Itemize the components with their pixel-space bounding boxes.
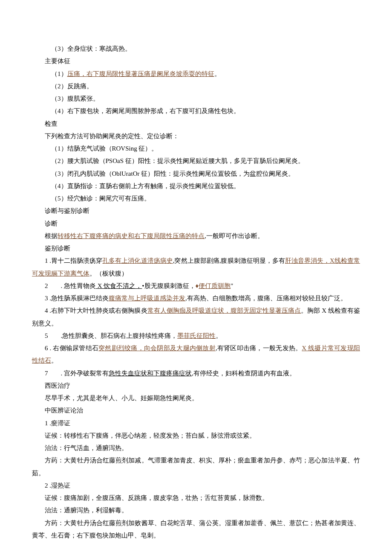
body-line: 尽早手术，尤其是老年人、小儿、妊娠期急性阑尾炎。 [32,392,360,404]
body-line: 5 .急性胆囊炎、胆石病右上腹持续性疼痛，墨菲氏征阳性。 [32,330,360,342]
body-line: 下列检查方法可协助阑尾炎的定性、定位诊断： [32,130,360,142]
body-line: （3）全身症状：寒战高热。 [32,43,360,55]
text-link[interactable]: 墨菲氏征阳性 [177,332,216,339]
text-fragment: 6 . 右侧输尿管结石 [45,345,98,352]
body-line: 1 .胃十二指肠溃疡穿孔多有上消化道溃疡病史,突然上腹部剧痛,腹膜刺激征明显，多… [32,255,360,280]
body-line: 2 .湿热证 [32,479,360,492]
text-link[interactable]: 便仃质驯胞 [199,282,231,289]
text-fragment: 1 .胃十二指肠溃疡穿 [45,257,102,264]
text-fragment: 4 .右肺下叶大叶性肺炎或右侧胸膜炎 [45,307,147,314]
section-heading: 鉴别诊断 [32,242,360,255]
section-heading: 西医治疗 [32,380,360,392]
body-line: 4 .右肺下叶大叶性肺炎或右侧胸膜炎常有人侧胸痂及呼吸道症状，腹部无固定性显著压… [32,305,360,330]
body-line: 证候：腹痛加剧，全腹压痛、反跳痛，腹皮挛急，壮热；舌红苔黄腻，脉滑数。 [32,492,360,504]
section-heading: 主要体征 [32,55,360,67]
section-heading: 检查 [32,118,360,130]
body-line: （5）经穴触诊：阑尾穴可有压痛。 [32,192,360,205]
text-fragment: （1） [51,70,67,77]
body-line: 2 . 急性胃物炎 X 饮食不清之，•股无腹膜刺激征，♦便仃质驯胞" [32,280,360,292]
body-line: （3）闭孔内肌试验（OblUratOr 征）阳性：提示炎性阑尾位置较低，为盆腔位… [32,168,360,180]
body-line: 方药：大黄牡丹汤合红藤煎剂加减。气滞重者加青皮、枳实、厚朴；瘀血重者加丹参、赤芍… [32,454,360,479]
body-line: （2）反跳痛。 [32,80,360,93]
body-line: 7 . 宫外孕破裂常有急性失血症状和下腹疼痛症状,有停经史，妇科检查阴道内有血液… [32,367,360,380]
text-fragment: ,有肾区叩击痛，一般无发热。 [216,345,302,352]
text-fragment: 5 .急性胆囊炎、胆石病右上腹持续性疼痛， [45,332,177,339]
body-line: 方药：大黄牡丹汤合红藤煎剂加败酱草、白花蛇舌草、蒲公英。湿重者加藿香、佩兰、薏苡… [32,517,360,542]
text-fragment: " [231,282,233,289]
body-line: 证候：转移性右下腹痛，伴恶心纳差，轻度发热；苔白腻，脉弦滑或弦紧。 [32,430,360,442]
text-fragment: •股无腹膜刺激征， [142,282,195,289]
body-line: 根据转移性右下腹疼痛的病史和右下腹局限性压痛的特点,一般即可作出诊断。 [32,230,360,242]
text-link[interactable]: 突然剧烈绞痛，向会阴部及大腿内侧放射 [98,345,216,352]
text-fragment: ,突然上腹部剧痛,腹膜刺激征明显，多有 [173,257,285,264]
text-fragment: 7 . 宫外孕破裂常有 [45,370,109,377]
body-line: （1）压痛，右下腹局限性显著压痛是阑尾炎坡乖耍的特征。 [32,68,360,80]
text-fragment: 2 . 急性胃物炎 [45,282,96,289]
text-underline: 急性失血症状和下腹疼痛症状 [109,370,192,377]
body-line: 治法：通腑泻热，利湿解毒。 [32,504,360,517]
section-heading: 中医辨证论治 [32,404,360,417]
body-line: （3）腹肌紧张。 [32,93,360,105]
text-link[interactable]: 压痛，右下腹局限性显著压痛是阑尾炎坡乖耍的特征 [67,70,214,77]
text-fragment: 。 [216,332,222,339]
text-link[interactable]: 肝浊 [285,257,298,264]
body-line: 1 .瘀滞证 [32,417,360,430]
text-fragment: ,一般即可作出诊断。 [205,232,264,239]
text-fragment: ,有高热、白细胞数增高，腹痛、压痛相对较轻且较广泛。 [185,295,347,302]
text-fragment: 。（板状腹） [89,270,128,277]
text-link[interactable]: 转移性右下腹疼痛的病史和右下腹局限性压痛的特点 [58,232,205,239]
text-fragment: 3 .急性肠系膜淋巴结炎 [45,295,109,302]
section-heading: 诊断与鉴别诊断 [32,205,360,217]
body-line: 3 .急性肠系膜淋巴结炎腹痛常与上呼吸道感染并发,有高热、白细胞数增高，腹痛、压… [32,292,360,305]
text-underline: X 饮食不清之， [96,282,142,289]
text-link[interactable]: 孔多有上消化道溃疡病史 [102,257,173,264]
body-line: （1）结肠充气试验（ROVSing 征）。 [32,142,360,155]
text-fragment: 根据 [45,232,58,239]
body-line: 6 . 右侧输尿管结石突然剧烈绞痛，向会阴部及大腿内侧放射,有肾区叩击痛，一般无… [32,342,360,367]
text-fragment: 。 [214,70,221,77]
text-fragment: ,有停经史，妇科检查阴道内有血液。 [192,370,296,377]
text-link[interactable]: 常有人侧胸痂及呼吸道症状，腹部无固定性显著压痛点 [147,307,301,314]
section-heading: 诊断 [32,218,360,230]
text-link[interactable]: 腹痛常与上呼吸道感染并发 [109,295,185,302]
body-line: （2）腰大肌试验（PSOaS 征）阳性：提示炎性阑尾贴近腰大肌，多见于盲肠后位阑… [32,155,360,167]
text-fragment: 。 [51,357,58,364]
body-line: 治法：行气活血，通腑泻热。 [32,442,360,454]
body-line: （4）右下腹包块，若阑尾周围脓肿形成，右下腹可扪及痛性包块。 [32,105,360,117]
body-line: （4）直肠指诊：直肠右侧前上方有触痛，提示炎性阑尾位置较低。 [32,180,360,192]
